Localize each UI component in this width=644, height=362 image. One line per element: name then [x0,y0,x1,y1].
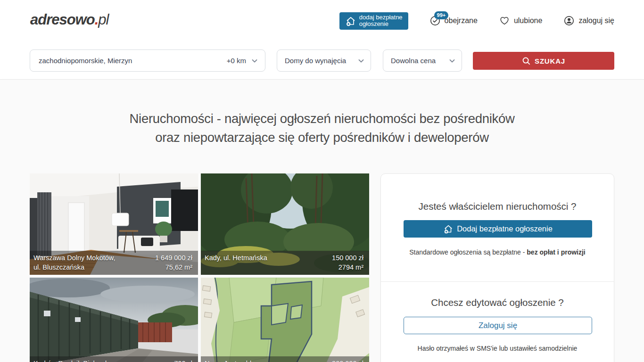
heart-icon [499,16,510,26]
location-input[interactable]: zachodniopomorskie, Mierzyn +0 km [30,49,265,72]
house-plus-icon [443,224,454,234]
storage-containers-photo [30,278,198,362]
location-value: zachodniopomorskie, Mierzyn [39,57,227,65]
house-plus-icon [345,16,355,26]
listing-address-line1: Warszawa Dolny Mokotów, [33,253,116,263]
chevron-down-icon [251,57,258,65]
nav-item-viewed[interactable]: 99+ obejrzane [430,16,478,26]
add-free-listing-button[interactable]: Dodaj bezpłatne ogłoszenie [404,220,592,238]
listing-caption: Kady, ul. Hetmańska 150 000 zł 2794 m² [201,251,369,275]
owner-section-title: Jesteś właścicielem nieruchomości ? [381,201,614,212]
listing-card[interactable]: Warszawa Dolny Mokotów, ul. Bluszczańska… [30,173,198,275]
sidebar-divider [381,281,614,282]
chevron-down-icon [357,57,365,65]
page-title: Nieruchomości - najwięcej ogłoszeń nieru… [0,109,644,147]
nav-item-login[interactable]: zaloguj się [564,16,614,26]
listing-caption: Nowa Jastrząbka 300 000 zł [201,356,369,362]
price-select[interactable]: Dowolna cena [383,49,462,72]
edit-section-note: Hasło otrzymałeś w SMS'ie lub ustawiłeś … [381,345,614,352]
listing-area: 2794 m² [332,263,363,272]
nav-favorites-label: ulubione [514,16,543,25]
owner-section-note: Standardowe ogłoszenia są bezpłatne - be… [381,248,614,256]
listing-caption: Kraków Prądnik Biały, ul. 700 zł [30,356,198,362]
listing-price: 150 000 zł [332,253,363,263]
logo-tld: pl [98,11,108,28]
listing-address-line2: ul. Bluszczańska [33,263,116,272]
page: adresowo.pl dodaj bezpłatne ogłoszenie [0,0,644,362]
listing-card[interactable]: Kady, ul. Hetmańska 150 000 zł 2794 m² [201,173,369,275]
category-select[interactable]: Domy do wynajęcia [277,49,371,72]
listing-card[interactable]: Kraków Prądnik Biały, ul. 700 zł [30,278,198,362]
listing-area: 75,62 m² [155,263,192,272]
edit-section-title: Chcesz edytować ogłoszenie ? [381,297,614,308]
header-actions: dodaj bezpłatne ogłoszenie 99+ obejrzane [339,0,614,41]
listing-card[interactable]: Nowa Jastrząbka 300 000 zł [201,278,369,362]
search-button-label: SZUKAJ [535,57,565,65]
listing-price: 1 649 000 zł [155,253,192,263]
listing-address-line1: Kady, ul. Hetmańska [205,253,267,263]
nav-viewed-label: obejrzane [445,16,478,25]
price-value: Dowolna cena [391,57,436,65]
main-content: Nieruchomości - najwięcej ogłoszeń nieru… [0,80,644,362]
user-circle-icon [564,16,574,26]
logo[interactable]: adresowo.pl [30,11,108,28]
sidebar-panel: Jesteś właścicielem nieruchomości ? Doda… [380,173,614,362]
search-icon [522,57,531,66]
category-value: Domy do wynajęcia [285,57,346,65]
listing-address-line1: Kraków Prądnik Biały, ul. [33,359,108,362]
nav-login-label: zaloguj się [578,16,614,25]
cadastral-map-image [201,278,369,362]
radius-value: +0 km [227,57,246,65]
add-listing-button[interactable]: dodaj bezpłatne ogłoszenie [339,12,408,30]
login-button-label: Zaloguj się [479,321,517,330]
viewed-count-badge: 99+ [434,11,449,19]
listing-address-line1: Nowa Jastrząbka [205,359,257,362]
header: adresowo.pl dodaj bezpłatne ogłoszenie [0,0,644,41]
listing-price: 300 000 zł [332,359,363,362]
check-circle-icon: 99+ [430,16,440,26]
listing-caption: Warszawa Dolny Mokotów, ul. Bluszczańska… [30,251,198,275]
add-listing-label: dodaj bezpłatne ogłoszenie [359,14,403,27]
chevron-down-icon [448,57,456,65]
search-button[interactable]: SZUKAJ [473,52,614,70]
search-bar: zachodniopomorskie, Mierzyn +0 km Domy d… [0,49,644,72]
nav-item-favorites[interactable]: ulubione [499,16,543,26]
login-button[interactable]: Zaloguj się [404,317,592,334]
logo-word: adresowo [30,11,95,28]
add-free-listing-label: Dodaj bezpłatne ogłoszenie [457,224,553,233]
listing-price: 700 zł [174,359,192,362]
